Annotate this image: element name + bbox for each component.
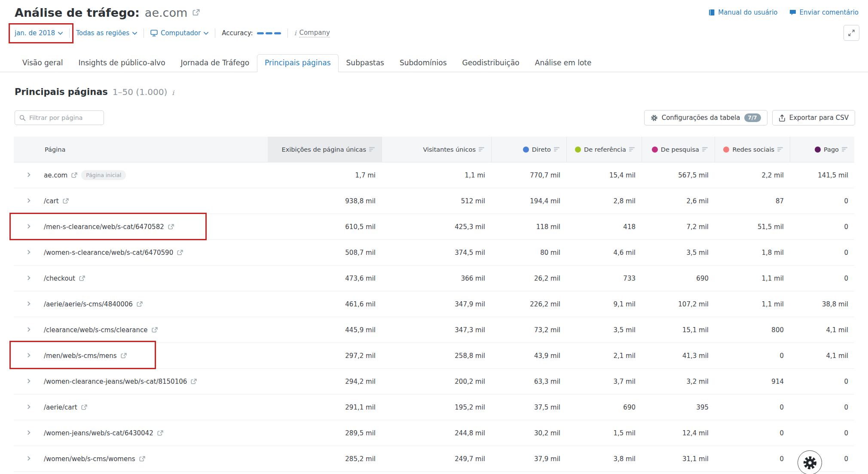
column-header-redes-sociais[interactable]: Redes sociais xyxy=(715,137,790,162)
row-expander[interactable]: › xyxy=(14,343,44,368)
cell-direto: 118 mil xyxy=(491,214,566,239)
top-links: Manual do usuário Enviar comentário xyxy=(709,6,859,16)
row-expander[interactable]: › xyxy=(14,394,44,420)
sort-icon[interactable] xyxy=(479,147,485,152)
column-header-exibicoes-de-pagina-unicas[interactable]: Exibições de página únicas xyxy=(268,137,382,162)
column-label: Pago xyxy=(824,146,839,153)
device-filter-dropdown[interactable]: Computador xyxy=(150,29,208,37)
external-link-icon[interactable] xyxy=(121,353,127,359)
table-settings-label: Configurações da tabela xyxy=(662,114,740,122)
info-icon[interactable]: i xyxy=(172,89,174,97)
sort-icon[interactable] xyxy=(702,147,709,152)
cell-visitantes-unicos: 366 mil xyxy=(382,266,491,291)
table-row: ›/women-clearance-jeans/web/s-cat/815010… xyxy=(14,369,854,394)
row-expander[interactable]: › xyxy=(14,214,44,239)
external-link-icon[interactable] xyxy=(63,198,69,204)
cell-de-referencia: 3,8 mil xyxy=(566,446,642,471)
page-link[interactable]: /clearance/web/s-cms/clearance xyxy=(44,326,148,334)
tab-subdominios[interactable]: Subdomínios xyxy=(392,54,455,72)
sort-icon[interactable] xyxy=(629,147,636,152)
cell-redes-sociais: 2,2 mil xyxy=(715,162,790,188)
page-link[interactable]: /women/web/s-cms/womens xyxy=(44,455,135,463)
sort-icon[interactable] xyxy=(842,147,848,152)
tab-analise-em-lote[interactable]: Análise em lote xyxy=(527,54,599,72)
row-expander[interactable]: › xyxy=(14,162,44,188)
page-cell: ae.comPágina inicial xyxy=(44,162,268,188)
page-link[interactable]: /checkout xyxy=(44,275,75,282)
external-link-icon[interactable] xyxy=(168,224,174,230)
row-expander[interactable]: › xyxy=(14,266,44,291)
page-link[interactable]: /women-s-clearance/web/s-cat/6470590 xyxy=(44,249,173,257)
table-row: ›/women/web/s-cms/womens285,2 mil249,7 m… xyxy=(14,446,854,472)
cell-visitantes-unicos: 200,2 mil xyxy=(382,369,491,394)
row-expander[interactable]: › xyxy=(14,369,44,394)
external-link-icon[interactable] xyxy=(137,301,143,307)
manual-link[interactable]: Manual do usuário xyxy=(709,9,777,16)
fullscreen-button[interactable] xyxy=(844,25,859,41)
cell-de-pesquisa: 567,5 mil xyxy=(642,162,715,188)
external-link-icon[interactable] xyxy=(191,379,197,385)
column-label: De pesquisa xyxy=(661,146,699,153)
column-header-pago[interactable]: Pago xyxy=(790,137,854,162)
export-csv-button[interactable]: Exportar para CSV xyxy=(772,110,855,125)
tab-principais-paginas[interactable]: Principais páginas xyxy=(257,54,338,72)
external-link-icon[interactable] xyxy=(71,172,77,178)
column-header-visitantes-unicos[interactable]: Visitantes únicos xyxy=(382,137,491,162)
page-link[interactable]: /women-jeans/web/s-cat/6430042 xyxy=(44,429,153,437)
date-filter-dropdown[interactable]: jan. de 2018 xyxy=(15,29,63,37)
page-link[interactable]: /aerie/aerie/s-cms/4840006 xyxy=(44,300,133,308)
cell-visitantes-unicos: 258,8 mil xyxy=(382,343,491,368)
feedback-link[interactable]: Enviar comentário xyxy=(789,9,859,16)
external-link-icon[interactable] xyxy=(152,327,158,333)
row-expander[interactable]: › xyxy=(14,446,44,471)
cell-redes-sociais: 800 xyxy=(715,317,790,343)
external-link-icon[interactable] xyxy=(81,404,87,410)
page-link[interactable]: /aerie/cart xyxy=(44,404,77,411)
page-filter-input[interactable] xyxy=(29,114,99,121)
page-cell: /men/web/s-cms/mens xyxy=(44,343,268,368)
column-header-de-referencia[interactable]: De referência xyxy=(566,137,642,162)
sort-icon[interactable] xyxy=(554,147,560,152)
column-label: Visitantes únicos xyxy=(423,146,476,153)
page-link[interactable]: /women-clearance-jeans/web/s-cat/8150106 xyxy=(44,378,187,385)
tab-visao-geral[interactable]: Visão geral xyxy=(15,54,70,72)
page-cell: /aerie/aerie/s-cms/4840006 xyxy=(44,291,268,317)
tab-subpastas[interactable]: Subpastas xyxy=(339,54,392,72)
page-link[interactable]: /cart xyxy=(44,197,59,205)
sort-icon[interactable] xyxy=(369,147,376,152)
page-link[interactable]: /men/web/s-cms/mens xyxy=(44,352,117,360)
row-expander[interactable]: › xyxy=(14,240,44,265)
floating-settings-button[interactable] xyxy=(798,450,822,474)
cell-exibicoes-de-pagina-unicas: 461,6 mil xyxy=(268,291,382,317)
company-link[interactable]: i Company xyxy=(294,29,330,37)
external-link-icon[interactable] xyxy=(177,250,183,256)
column-header-de-pesquisa[interactable]: De pesquisa xyxy=(642,137,715,162)
page-link[interactable]: ae.com xyxy=(44,171,67,179)
cell-de-pesquisa: 15,1 mil xyxy=(642,317,715,343)
table-settings-button[interactable]: Configurações da tabela 7/7 xyxy=(644,110,767,125)
page-link[interactable]: /men-s-clearance/web/s-cat/6470582 xyxy=(44,223,164,231)
region-filter-dropdown[interactable]: Todas as regiões xyxy=(76,29,137,37)
cell-redes-sociais: 1,8 mil xyxy=(715,240,790,265)
homepage-badge: Página inicial xyxy=(81,170,126,180)
cell-de-referencia: 733 xyxy=(566,266,642,291)
cell-pago: 4,1 mil xyxy=(790,317,854,343)
external-link-icon[interactable] xyxy=(79,275,85,281)
cell-redes-sociais: 1,1 mil xyxy=(715,291,790,317)
sort-icon[interactable] xyxy=(777,147,784,152)
external-link-icon[interactable] xyxy=(157,430,163,436)
tab-insights-de-publico-alvo[interactable]: Insights de público-alvo xyxy=(70,54,173,72)
row-expander[interactable]: › xyxy=(14,188,44,214)
row-expander[interactable]: › xyxy=(14,317,44,343)
external-link-icon[interactable] xyxy=(139,456,145,462)
tab-jornada-de-trafego[interactable]: Jornada de Tráfego xyxy=(173,54,257,72)
cell-direto: 770,7 mil xyxy=(491,162,566,188)
row-expander[interactable]: › xyxy=(14,420,44,446)
external-link-icon[interactable] xyxy=(193,9,200,16)
cell-direto: 37,5 mil xyxy=(491,394,566,420)
page-filter-field[interactable] xyxy=(15,110,104,125)
tab-geodistribuicao[interactable]: Geodistribuição xyxy=(455,54,527,72)
row-expander[interactable]: › xyxy=(14,291,44,317)
column-label: Exibições de página únicas xyxy=(282,146,367,153)
column-header-direto[interactable]: Direto xyxy=(491,137,566,162)
